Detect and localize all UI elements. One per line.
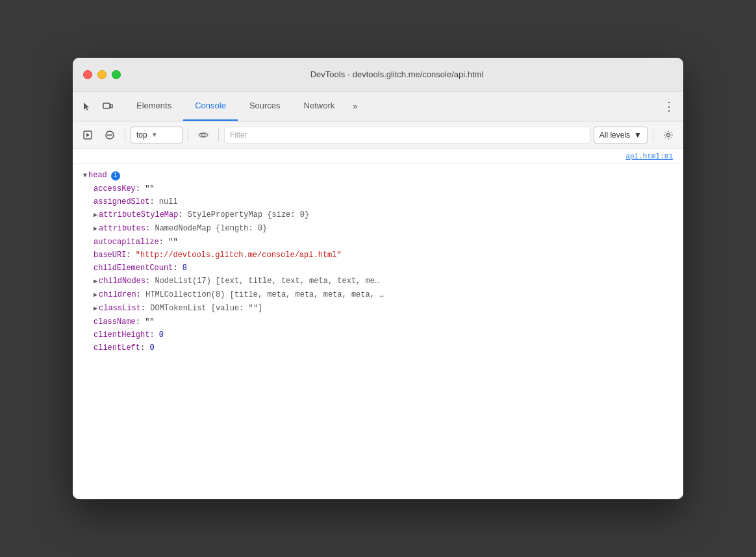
attributeStyleMap-toggle[interactable] xyxy=(94,210,97,221)
children-toggle[interactable] xyxy=(94,290,97,301)
prop-row-attributeStyleMap[interactable]: attributeStyleMap: StylePropertyMap {siz… xyxy=(73,208,683,222)
level-selector[interactable]: All levels ▼ xyxy=(594,127,648,143)
svg-marker-3 xyxy=(86,133,90,137)
file-reference[interactable]: api.html:81 xyxy=(73,149,683,164)
toolbar-separator-4 xyxy=(653,129,653,142)
prop-row-attributes[interactable]: attributes: NamedNodeMap {length: 0} xyxy=(73,222,683,236)
execute-button[interactable] xyxy=(78,125,97,145)
console-tree: head i accessKey: "" assignedSlot: null … xyxy=(73,164,683,360)
tab-bar-icons xyxy=(78,92,117,121)
close-button[interactable] xyxy=(83,70,92,79)
prop-row-children[interactable]: children: HTMLCollection(8) [title, meta… xyxy=(73,288,683,302)
more-options-button[interactable]: ⋮ xyxy=(660,97,678,116)
context-selector[interactable]: top ▼ xyxy=(131,127,183,143)
prop-row-classList[interactable]: classList: DOMTokenList [value: ""] xyxy=(73,302,683,316)
prop-row-childElementCount[interactable]: childElementCount: 8 xyxy=(73,262,683,275)
prop-row-clientLeft[interactable]: clientLeft: 0 xyxy=(73,341,683,354)
level-dropdown-arrow: ▼ xyxy=(634,130,642,140)
prop-row-accessKey[interactable]: accessKey: "" xyxy=(73,182,683,195)
tab-more[interactable]: » xyxy=(346,92,364,121)
traffic-lights xyxy=(83,70,121,79)
devtools-window: DevTools - devtools.glitch.me/console/ap… xyxy=(73,58,683,499)
console-content[interactable]: api.html:81 head i accessKey: "" assigne… xyxy=(73,149,683,499)
maximize-button[interactable] xyxy=(112,70,121,79)
window-title: DevTools - devtools.glitch.me/console/ap… xyxy=(121,69,673,79)
baseURI-link[interactable]: "http://devtools.glitch.me/console/api.h… xyxy=(136,249,342,261)
settings-button[interactable] xyxy=(659,125,678,145)
title-bar: DevTools - devtools.glitch.me/console/ap… xyxy=(73,58,683,92)
svg-point-6 xyxy=(202,133,205,136)
device-icon[interactable] xyxy=(99,97,117,116)
prop-row-clientHeight[interactable]: clientHeight: 0 xyxy=(73,328,683,341)
toolbar-separator-3 xyxy=(218,129,219,142)
classList-toggle[interactable] xyxy=(94,303,97,315)
prop-row-assignedSlot[interactable]: assignedSlot: null xyxy=(73,195,683,208)
prop-row-childNodes[interactable]: childNodes: NodeList(17) [text, title, t… xyxy=(73,275,683,288)
tab-sources[interactable]: Sources xyxy=(238,92,292,121)
context-dropdown-arrow: ▼ xyxy=(151,131,158,138)
tab-network[interactable]: Network xyxy=(292,92,347,121)
tab-bar-right: ⋮ xyxy=(660,92,678,121)
tab-console[interactable]: Console xyxy=(183,92,238,121)
root-name: head xyxy=(88,169,107,181)
tab-elements[interactable]: Elements xyxy=(125,92,183,121)
info-badge[interactable]: i xyxy=(111,171,120,180)
prop-row-baseURI[interactable]: baseURI: "http://devtools.glitch.me/cons… xyxy=(73,249,683,262)
prop-row-className[interactable]: className: "" xyxy=(73,316,683,328)
tabs: Elements Console Sources Network » xyxy=(125,92,660,121)
minimize-button[interactable] xyxy=(97,70,107,79)
root-object-row[interactable]: head i xyxy=(73,169,683,182)
attributes-toggle[interactable] xyxy=(94,223,97,235)
cursor-icon[interactable] xyxy=(78,97,96,116)
eye-icon[interactable] xyxy=(194,125,213,145)
toolbar-separator xyxy=(125,129,125,142)
clear-button[interactable] xyxy=(100,125,120,145)
toolbar-separator-2 xyxy=(188,129,188,142)
console-toolbar: top ▼ All levels ▼ xyxy=(73,121,683,149)
svg-point-7 xyxy=(667,133,670,136)
childNodes-toggle[interactable] xyxy=(94,276,97,288)
root-toggle[interactable] xyxy=(83,170,87,182)
prop-row-autocapitalize[interactable]: autocapitalize: "" xyxy=(73,236,683,249)
tab-bar: Elements Console Sources Network » ⋮ xyxy=(73,92,683,121)
svg-rect-1 xyxy=(110,105,112,108)
svg-rect-0 xyxy=(103,103,110,108)
filter-input[interactable] xyxy=(224,127,591,143)
